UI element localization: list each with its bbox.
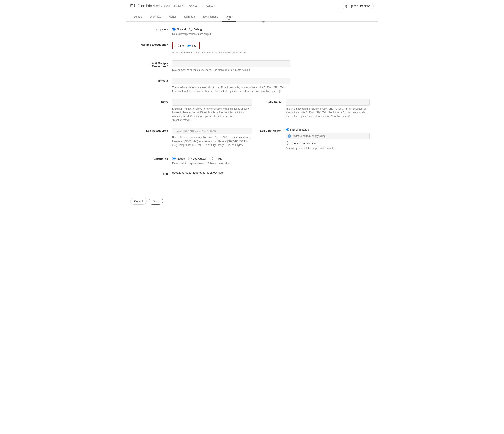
log-level-radio-group: Normal Debug [172, 27, 290, 31]
log-output-limit-col: Log Output Limit Enter either maximum to… [135, 128, 252, 147]
form-content: Log level Normal Debug Debug level produ… [126, 22, 378, 190]
default-tab-nodes-option[interactable]: Nodes [172, 157, 185, 160]
multiple-exec-yes-radio[interactable] [187, 44, 190, 47]
truncate-continue-option[interactable]: Truncate and continue [286, 141, 369, 145]
truncate-continue-radio[interactable] [286, 141, 289, 145]
log-level-row: Log level Normal Debug Debug level produ… [135, 27, 369, 36]
log-level-normal-radio[interactable] [172, 27, 176, 31]
retry-label: Retry [135, 99, 172, 103]
cancel-button[interactable]: Cancel [130, 198, 147, 204]
tab-notifications[interactable]: Notifications [199, 12, 222, 22]
default-tab-log-output-label: Log Output [193, 157, 206, 160]
log-level-normal-option[interactable]: Normal [172, 27, 186, 31]
save-button[interactable]: Save [149, 198, 163, 204]
multiple-exec-yes-label: Yes [192, 44, 196, 47]
log-level-label: Log level [135, 27, 172, 31]
log-output-limit-hint: Enter either maximum total line-count (e… [172, 136, 252, 147]
timeout-field: The maximum time for an execution to run… [172, 78, 290, 93]
page-header: Edit Job: info 93ed28ae-0733-4168-8783-4… [126, 0, 378, 12]
log-limit-action-col: Log Limit Action Halt with status: ? [252, 128, 369, 150]
page-container: Edit Job: info 93ed28ae-0733-4168-8783-4… [126, 0, 378, 208]
uuid-row: UUID 93ed28ae-0733-4168-8783-4715f0c4f67… [135, 171, 369, 176]
multiple-exec-no-option[interactable]: No [176, 44, 184, 47]
retry-row: Retry Maximum number of times to retry e… [135, 99, 369, 122]
default-tab-hint: Default tab to display when you follow a… [172, 161, 290, 165]
retry-delay-label: Retry Delay [252, 99, 286, 103]
uuid-label: UUID [135, 171, 172, 176]
log-limit-action-field: Halt with status: ? Truncate and continu… [286, 128, 369, 150]
retry-hint: Maximum number of times to retry executi… [172, 107, 252, 122]
halt-status-input[interactable] [286, 133, 369, 139]
retry-delay-input[interactable] [286, 99, 369, 106]
log-level-debug-option[interactable]: Debug [189, 27, 202, 31]
log-level-normal-label: Normal [177, 28, 186, 31]
multiple-executions-hint: Allow this Job to be executed more than … [172, 51, 290, 54]
tabs-bar: Details Workflow Nodes Schedule Notifica… [126, 12, 378, 22]
default-tab-log-output-radio[interactable] [188, 157, 192, 160]
limit-multiple-executions-label: Limit MultipleExecutions? [135, 60, 172, 68]
multiple-executions-row: Multiple Executions? No Yes Allow this J… [135, 42, 369, 54]
tab-other[interactable]: Other [222, 12, 236, 22]
other-tab-wrapper: Other [222, 15, 236, 18]
log-level-debug-radio[interactable] [189, 27, 192, 31]
retry-delay-col: Retry Delay The time between the failed … [252, 99, 369, 118]
upload-definition-button[interactable]: Upload Definition [342, 3, 374, 9]
upload-icon [345, 5, 348, 8]
tab-details[interactable]: Details [130, 12, 146, 22]
default-tab-nodes-label: Nodes [177, 157, 185, 160]
retry-input[interactable] [172, 99, 252, 106]
uuid-value: 93ed28ae-0733-4168-8783-4715f0c4f67d [172, 170, 223, 174]
hint-icon: ? [288, 134, 291, 138]
limit-multiple-executions-row: Limit MultipleExecutions? Max number of … [135, 60, 369, 72]
title-type: info [146, 4, 153, 8]
retry-field: Maximum number of times to retry executi… [172, 99, 252, 122]
limit-multiple-executions-input[interactable] [172, 60, 290, 67]
retry-delay-hint: The time between the failed execution an… [286, 107, 369, 118]
log-limit-action-label: Log Limit Action [252, 128, 286, 132]
uuid-field: 93ed28ae-0733-4168-8783-4715f0c4f67d [172, 171, 290, 174]
multiple-executions-label: Multiple Executions? [135, 42, 172, 46]
timeout-label: Timeout [135, 78, 172, 82]
retry-delay-field: The time between the failed execution an… [286, 99, 369, 118]
tab-schedule[interactable]: Schedule [180, 12, 199, 22]
form-footer: Cancel Save [126, 194, 378, 208]
default-tab-html-option[interactable]: HTML [210, 157, 222, 160]
default-tab-field: Nodes Log Output HTML Default tab to dis… [172, 156, 290, 165]
default-tab-label: Default Tab [135, 156, 172, 160]
page-title: Edit Job: info 93ed28ae-0733-4168-8783-4… [130, 4, 216, 8]
limit-multiple-executions-hint: Max number of multiple executions. Use b… [172, 68, 290, 72]
default-tab-log-output-option[interactable]: Log Output [188, 157, 206, 160]
multiple-exec-no-label: No [180, 44, 184, 47]
log-limit-action-hint: Action to perform if the output limit is… [286, 146, 369, 150]
default-tab-row: Default Tab Nodes Log Output HTML [135, 156, 369, 165]
halt-with-status-option[interactable]: Halt with status: [286, 128, 310, 131]
default-tab-radio-group: Nodes Log Output HTML [172, 156, 290, 160]
multiple-exec-no-radio[interactable] [176, 44, 179, 47]
log-level-field: Normal Debug Debug level produces more o… [172, 27, 290, 36]
default-tab-html-label: HTML [214, 157, 222, 160]
limit-multiple-executions-field: Max number of multiple executions. Use b… [172, 60, 290, 72]
default-tab-nodes-radio[interactable] [172, 157, 176, 160]
multiple-exec-yes-option[interactable]: Yes [187, 44, 196, 47]
log-level-debug-label: Debug [194, 28, 202, 31]
active-tab-caret [227, 19, 231, 20]
title-id: 93ed28ae-0733-4168-8783-4715f0c4f67d [153, 4, 216, 8]
halt-status-group: Halt with status: [286, 128, 369, 131]
halt-with-status-label: Halt with status: [290, 128, 310, 131]
timeout-hint: The maximum time for an execution to run… [172, 86, 290, 93]
log-output-limit-label: Log Output Limit [135, 128, 172, 132]
title-prefix: Edit Job: [130, 4, 145, 8]
truncate-continue-label: Truncate and continue [290, 142, 317, 145]
tab-workflow[interactable]: Workflow [146, 12, 165, 22]
halt-with-status-radio[interactable] [286, 128, 289, 131]
default-tab-html-radio[interactable] [210, 157, 213, 160]
tab-nodes[interactable]: Nodes [165, 12, 180, 22]
timeout-row: Timeout The maximum time for an executio… [135, 78, 369, 93]
retry-col-left: Retry Maximum number of times to retry e… [135, 99, 252, 122]
log-level-hint: Debug level produces more output [172, 32, 290, 36]
halt-status-input-wrapper: ? [286, 133, 369, 139]
log-output-limit-field: Enter either maximum total line-count (e… [172, 128, 252, 147]
timeout-input[interactable] [172, 78, 290, 84]
multiple-executions-field: No Yes Allow this Job to be executed mor… [172, 42, 290, 54]
log-output-limit-input[interactable] [172, 128, 252, 134]
